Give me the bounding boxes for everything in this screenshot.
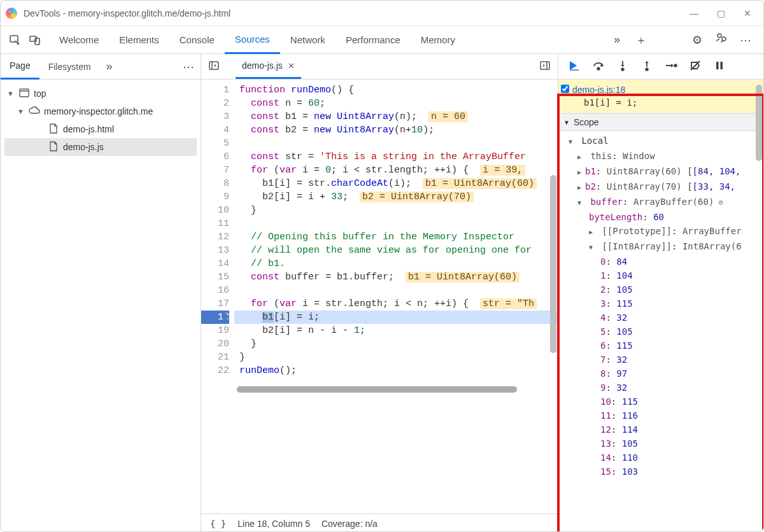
- code-line[interactable]: const b2 = new Uint8Array(n+10);: [234, 123, 558, 137]
- navigator-tab-filesystem[interactable]: Filesystem: [39, 54, 100, 80]
- pause-on-exceptions-button[interactable]: [709, 60, 730, 74]
- code-line[interactable]: const n = 60;: [234, 97, 558, 110]
- tree-domain[interactable]: ▼ memory-inspector.glitch.me: [4, 102, 197, 120]
- code-line[interactable]: const b1 = new Uint8Array(n); n = 60: [234, 110, 558, 123]
- window-titlebar: DevTools - memory-inspector.glitch.me/de…: [1, 1, 763, 26]
- code-line[interactable]: runDemo();: [234, 364, 558, 377]
- pretty-print-icon[interactable]: { }: [210, 519, 226, 529]
- step-into-button[interactable]: [612, 60, 633, 74]
- scope-var-b2[interactable]: ▶b2: Uint8Array(70) [[33, 34,: [563, 179, 763, 195]
- inspect-icon[interactable]: [4, 30, 25, 50]
- line-number[interactable]: 6: [201, 150, 229, 164]
- code-line[interactable]: b1[i] = i;: [234, 311, 558, 324]
- line-number[interactable]: 8: [201, 177, 229, 190]
- line-number[interactable]: 21: [201, 351, 229, 364]
- navigator-kebab-icon[interactable]: ⋯: [176, 60, 201, 74]
- debugger-scrollbar[interactable]: [756, 85, 762, 161]
- line-number[interactable]: 4: [201, 123, 229, 137]
- code-line[interactable]: const buffer = b1.buffer; b1 = Uint8Arra…: [234, 270, 558, 284]
- scope-int8array[interactable]: ▼ [[Int8Array]]: Int8Array(6: [563, 239, 763, 255]
- line-number[interactable]: 3: [201, 110, 229, 123]
- new-tab-button[interactable]: ＋: [632, 32, 650, 48]
- more-tabs-chevron-icon[interactable]: »: [608, 33, 626, 46]
- tree-file-js[interactable]: demo-js.js: [4, 138, 197, 156]
- main-tab-memory[interactable]: Memory: [411, 26, 465, 54]
- line-number[interactable]: 11: [201, 217, 229, 230]
- code-line[interactable]: for (var i = str.length; i < n; ++i) { s…: [234, 297, 558, 311]
- line-number[interactable]: 19: [201, 324, 229, 337]
- line-number[interactable]: 12: [201, 230, 229, 244]
- main-tab-welcome[interactable]: Welcome: [49, 26, 109, 54]
- main-tab-console[interactable]: Console: [169, 26, 225, 54]
- line-number[interactable]: 20: [201, 337, 229, 351]
- code-line[interactable]: // Opening this buffer in the Memory Ins…: [234, 230, 558, 244]
- step-button[interactable]: [660, 61, 682, 73]
- code-line[interactable]: }: [234, 337, 558, 351]
- window-minimize-button[interactable]: —: [690, 8, 698, 18]
- line-number[interactable]: 22: [201, 364, 229, 377]
- main-tab-sources[interactable]: Sources: [225, 26, 280, 54]
- code-line[interactable]: }: [234, 204, 558, 217]
- line-number[interactable]: 2: [201, 97, 229, 110]
- breakpoint-entry[interactable]: demo-js.js:18 b1[i] = i;: [558, 80, 763, 113]
- editor-file-tab[interactable]: demo-js.js ✕: [236, 54, 301, 79]
- step-over-button[interactable]: [588, 60, 609, 73]
- code-line[interactable]: b1[i] = str.charCodeAt(i); b1 = Uint8Arr…: [234, 177, 558, 190]
- line-number[interactable]: 14: [201, 257, 229, 270]
- array-index-value: 4: 32: [563, 311, 763, 325]
- navigator-more-tabs-icon[interactable]: »: [100, 60, 119, 73]
- window-close-button[interactable]: ✕: [743, 8, 752, 18]
- line-number[interactable]: 5: [201, 137, 229, 150]
- scope-var-b1[interactable]: ▶b1: Uint8Array(60) [[84, 104,: [563, 164, 763, 179]
- cursor-position: Line 18, Column 5: [237, 519, 310, 529]
- scope-var-buffer[interactable]: ▼ buffer: ArrayBuffer(60) ⚙: [563, 195, 763, 210]
- breakpoint-checkbox[interactable]: [561, 85, 569, 93]
- line-number[interactable]: 1: [201, 83, 229, 97]
- main-tab-network[interactable]: Network: [280, 26, 336, 54]
- line-number[interactable]: 15: [201, 270, 229, 284]
- resume-button[interactable]: [563, 60, 585, 74]
- scope-this[interactable]: ▶ this: Window: [563, 149, 763, 164]
- code-line[interactable]: b2[i] = i + 33; b2 = Uint8Array(70): [234, 190, 558, 204]
- toggle-navigator-icon[interactable]: [205, 61, 223, 72]
- editor-horizontal-scrollbar[interactable]: [237, 386, 517, 393]
- main-tab-performance[interactable]: Performance: [336, 26, 411, 54]
- code-line[interactable]: b2[i] = n - i - 1;: [234, 324, 558, 337]
- line-number[interactable]: 17: [201, 297, 229, 311]
- line-number[interactable]: 18: [201, 311, 229, 324]
- line-number[interactable]: 16: [201, 284, 229, 297]
- line-number[interactable]: 10: [201, 204, 229, 217]
- scope-local[interactable]: ▼ Local: [563, 134, 763, 149]
- code-line[interactable]: [234, 217, 558, 230]
- code-line[interactable]: }: [234, 351, 558, 364]
- code-editor[interactable]: 12345678910111213141516171819202122 func…: [201, 80, 558, 514]
- toggle-debugger-icon[interactable]: [536, 61, 554, 72]
- line-number[interactable]: 9: [201, 190, 229, 204]
- window-maximize-button[interactable]: ▢: [716, 8, 725, 18]
- tree-frame-top[interactable]: ▼ top: [4, 85, 197, 102]
- code-line[interactable]: // will open the same view as for openin…: [234, 244, 558, 257]
- kebab-menu-icon[interactable]: ⋯: [737, 33, 754, 47]
- main-tab-elements[interactable]: Elements: [109, 26, 169, 54]
- scope-prototype[interactable]: ▶ [[Prototype]]: ArrayBuffer: [563, 224, 763, 239]
- tree-file-html[interactable]: demo-js.html: [4, 120, 197, 138]
- code-line[interactable]: for (var i = 0; i < str.length; ++i) { i…: [234, 164, 558, 177]
- account-icon[interactable]: [712, 32, 730, 47]
- close-icon[interactable]: ✕: [288, 61, 295, 71]
- line-number[interactable]: 7: [201, 164, 229, 177]
- step-out-button[interactable]: [636, 60, 658, 74]
- editor-vertical-scrollbar[interactable]: [550, 175, 556, 353]
- array-index-value: 10: 115: [563, 395, 763, 409]
- code-line[interactable]: [234, 137, 558, 150]
- deactivate-breakpoints-button[interactable]: [684, 60, 706, 74]
- code-line[interactable]: // b1.: [234, 257, 558, 270]
- code-line[interactable]: function runDemo() {: [234, 83, 558, 97]
- navigator-tab-page[interactable]: Page: [1, 54, 39, 80]
- line-number[interactable]: 13: [201, 244, 229, 257]
- settings-gear-icon[interactable]: ⚙: [688, 33, 706, 47]
- scope-section-header[interactable]: ▼ Scope: [558, 113, 763, 131]
- code-line[interactable]: [234, 284, 558, 297]
- device-toggle-icon[interactable]: [25, 30, 45, 50]
- code-line[interactable]: const str = 'This is a string in the Arr…: [234, 150, 558, 164]
- array-index-value: 11: 116: [563, 409, 763, 423]
